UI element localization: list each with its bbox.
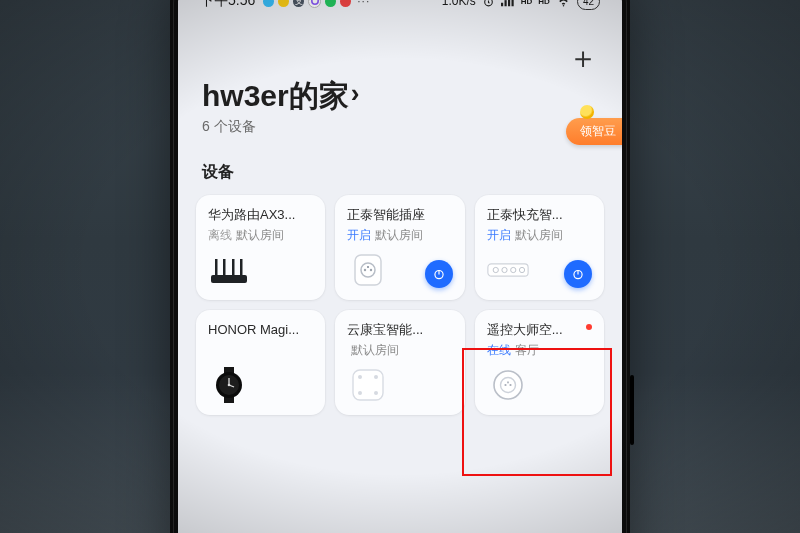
svg-point-41 xyxy=(509,384,511,386)
device-icon-row xyxy=(347,367,452,403)
wifi-icon xyxy=(556,0,571,7)
device-card[interactable]: 华为路由AX3...离线默认房间 xyxy=(196,195,325,300)
device-card[interactable]: 遥控大师空...在线客厅 xyxy=(475,310,604,415)
status-bar: 下午5:56 支 ··· 1.0K/s xyxy=(178,0,622,33)
svg-point-38 xyxy=(494,371,522,399)
device-status: 默认房间 xyxy=(347,342,452,359)
device-icon-row xyxy=(208,350,313,403)
device-icon-row xyxy=(208,252,313,288)
notification-dot xyxy=(586,324,592,330)
alarm-icon xyxy=(482,0,495,8)
tray-icon: 支 xyxy=(293,0,304,7)
device-room: 默认房间 xyxy=(351,343,399,357)
home-title: hw3er的家 xyxy=(202,79,349,112)
device-room: 默认房间 xyxy=(375,228,423,242)
svg-rect-4 xyxy=(508,0,510,6)
svg-rect-33 xyxy=(353,370,383,400)
signal-icon xyxy=(501,0,515,7)
device-state: 开启 xyxy=(487,228,511,242)
svg-rect-42 xyxy=(507,381,509,383)
svg-rect-2 xyxy=(501,3,503,7)
device-name: 华为路由AX3... xyxy=(208,207,313,224)
svg-point-40 xyxy=(504,384,506,386)
strip-icon xyxy=(487,252,529,288)
socket-icon xyxy=(347,252,389,288)
device-status: 离线默认房间 xyxy=(208,227,313,244)
tray-icon xyxy=(263,0,274,7)
device-name: 正泰智能插座 xyxy=(347,207,452,224)
svg-point-37 xyxy=(374,391,378,395)
svg-rect-10 xyxy=(232,259,235,276)
device-card[interactable]: 正泰智能插座开启默认房间 xyxy=(335,195,464,300)
page-header: ＋ hw3er的家 › 6 个设备 xyxy=(178,33,622,142)
device-name: HONOR Magi... xyxy=(208,322,313,339)
svg-point-34 xyxy=(358,375,362,379)
svg-rect-8 xyxy=(215,259,218,276)
device-status: 开启默认房间 xyxy=(347,227,452,244)
device-icon-row xyxy=(347,252,452,288)
power-toggle[interactable] xyxy=(564,260,592,288)
svg-rect-7 xyxy=(211,275,247,283)
promo-text: 领智豆 xyxy=(580,124,616,138)
device-state: 开启 xyxy=(347,228,371,242)
svg-point-36 xyxy=(358,391,362,395)
scale-icon xyxy=(347,367,389,403)
tray-icon xyxy=(308,0,321,8)
device-name: 遥控大师空... xyxy=(487,322,592,339)
device-room: 默认房间 xyxy=(515,228,563,242)
svg-point-14 xyxy=(364,269,366,271)
status-tray: 支 ··· xyxy=(263,0,370,8)
phone-frame: 下午5:56 支 ··· 1.0K/s xyxy=(170,0,630,533)
phone-screen: 下午5:56 支 ··· 1.0K/s xyxy=(178,0,622,533)
power-toggle[interactable] xyxy=(425,260,453,288)
svg-rect-16 xyxy=(367,266,369,268)
svg-rect-9 xyxy=(223,259,226,276)
tray-icon xyxy=(278,0,289,7)
watch-icon xyxy=(208,367,250,403)
device-icon-row xyxy=(487,367,592,403)
device-state: 离线 xyxy=(208,228,232,242)
device-card[interactable]: 云康宝智能...默认房间 xyxy=(335,310,464,415)
svg-point-0 xyxy=(312,0,318,4)
device-status: 在线客厅 xyxy=(487,342,592,359)
tray-icon xyxy=(325,0,336,7)
svg-point-35 xyxy=(374,375,378,379)
svg-rect-19 xyxy=(488,264,528,276)
home-switcher[interactable]: hw3er的家 › xyxy=(202,79,598,112)
section-label: 设备 xyxy=(178,142,622,195)
device-room: 默认房间 xyxy=(236,228,284,242)
svg-rect-5 xyxy=(511,0,513,6)
svg-rect-3 xyxy=(504,0,506,6)
remote-icon xyxy=(487,367,529,403)
device-state: 在线 xyxy=(487,343,511,357)
router-icon xyxy=(208,252,250,288)
svg-point-6 xyxy=(563,5,565,7)
battery-text: 42 xyxy=(583,0,594,7)
device-name: 正泰快充智... xyxy=(487,207,592,224)
device-count: 6 个设备 xyxy=(202,118,598,136)
tray-more: ··· xyxy=(357,0,370,8)
device-icon-row xyxy=(487,252,592,288)
tray-icon xyxy=(340,0,351,7)
hd-icon: HD xyxy=(521,0,533,6)
chevron-right-icon: › xyxy=(351,79,360,108)
svg-rect-12 xyxy=(355,255,381,285)
device-status: 开启默认房间 xyxy=(487,227,592,244)
net-rate: 1.0K/s xyxy=(442,0,476,8)
promo-pill[interactable]: 领智豆 xyxy=(566,118,622,145)
add-device-button[interactable]: ＋ xyxy=(568,43,598,73)
photo-scene: 下午5:56 支 ··· 1.0K/s xyxy=(0,0,800,533)
svg-point-15 xyxy=(370,269,372,271)
status-time: 下午5:56 xyxy=(200,0,255,10)
device-room: 客厅 xyxy=(515,343,539,357)
device-card[interactable]: HONOR Magi... xyxy=(196,310,325,415)
battery-indicator: 42 xyxy=(577,0,600,10)
svg-rect-11 xyxy=(240,259,243,276)
device-name: 云康宝智能... xyxy=(347,322,452,339)
power-button-physical xyxy=(630,375,634,445)
device-grid: 华为路由AX3...离线默认房间正泰智能插座开启默认房间正泰快充智...开启默认… xyxy=(178,195,622,415)
device-card[interactable]: 正泰快充智...开启默认房间 xyxy=(475,195,604,300)
hd-icon: HD xyxy=(538,0,550,6)
